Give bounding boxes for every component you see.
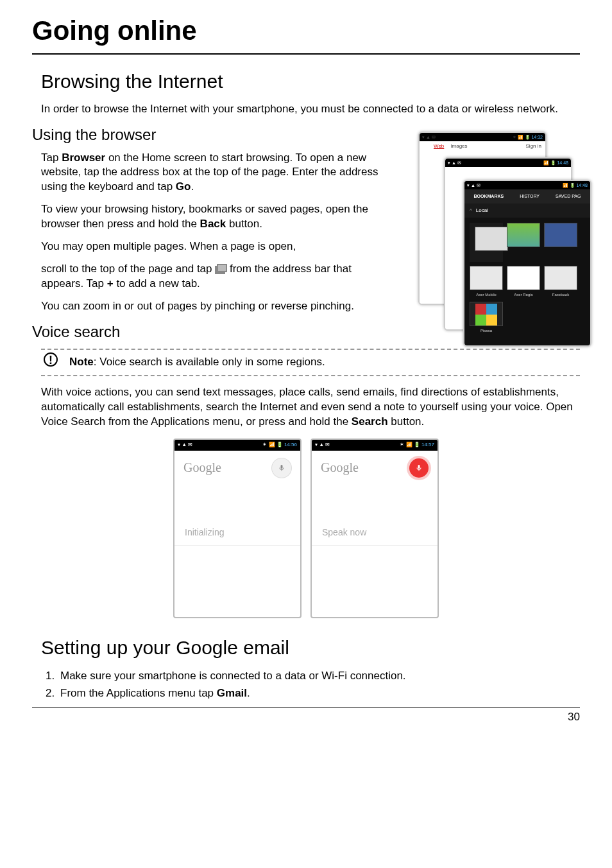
status-right: ✶ 📶 🔋 14:56 [262,442,297,449]
steps-list: Make sure your smartphone is connected t… [58,669,580,701]
bookmark-thumb-facebook: Facebook [544,266,577,297]
browser-p3: You may open multiple pages. When a page… [41,239,378,254]
note-label: Note [69,356,94,368]
text-bold: Search [352,415,388,428]
page-number: 30 [32,707,580,725]
google-logo: Google [321,459,359,476]
voice-status: Speak now [312,482,438,546]
status-icons: ▾ ▲ ✉ [467,182,480,188]
text-bold: Go [176,180,191,193]
status-time: 14:32 [531,135,543,139]
status-right: 📶 🔋 14:48 [563,182,588,188]
status-right: 📶 🔋 14:48 [543,160,568,166]
screenshot-voice-row: ▾ ▲ ✉✶ 📶 🔋 14:56 Google Initializing ▾ ▲… [32,438,580,618]
text: Tap [41,152,62,164]
text: . [247,687,250,699]
tabs-icon [215,264,226,274]
text: button. [226,218,262,230]
voice-status: Initializing [174,482,300,546]
text: . [191,180,194,193]
tab-history: HISTORY [520,193,540,199]
text: With voice actions, you can send text me… [41,386,573,428]
tab-images: Images [450,143,467,150]
status-time: 14:56 [284,442,297,447]
browser-p5: You can zoom in or out of pages by pinch… [41,299,378,314]
status-right: ✶ 📶 🔋 14:57 [400,442,434,449]
bookmark-thumb-acer: Acer Mobile [470,266,503,297]
browser-p1: Tap Browser on the Home screen to start … [41,151,378,195]
status-time: 14:48 [576,183,588,187]
list-item: From the Applications menu tap Gmail. [58,686,580,701]
browser-p2: To view your browsing history, bookmarks… [41,202,378,232]
section-heading-browsing: Browsing the Internet [41,69,580,95]
status-icons: ▾ ▲ ✉ [448,160,461,166]
tab-web: Web [434,143,444,150]
status-icons: ▾ ▲ ✉ [178,442,192,449]
text: scroll to the top of the page and tap [41,263,215,275]
section-heading-google-email: Setting up your Google email [41,635,580,661]
text-bold: + [107,277,114,290]
google-logo: Google [183,459,221,476]
bookmark-thumb [507,223,540,262]
text: button. [388,415,425,428]
tab-bookmarks: BOOKMARKS [474,193,504,199]
status-icons: ▾ ▲ ✉ [422,134,436,140]
text-bold: Gmail [217,687,247,699]
warning-icon: ! [44,352,58,367]
screenshot-bookmarks: ▾ ▲ ✉📶 🔋 14:48 BOOKMARKS HISTORY SAVED P… [463,180,591,347]
status-time: 14:57 [421,442,434,447]
text-bold: Back [200,218,226,230]
voice-paragraph: With voice actions, you can send text me… [41,385,580,430]
bookmark-thumb [470,223,503,262]
page-title: Going online [32,13,580,55]
browser-p4: scroll to the top of the page and tap fr… [41,262,378,291]
text: to add a new tab. [114,277,200,290]
bookmark-thumb [544,223,577,262]
tab-saved: SAVED PAG [556,193,581,199]
text: From the Applications menu tap [60,687,217,699]
status-right: ✶ 📶 🔋 14:32 [513,134,543,140]
bookmark-thumb-picasa: Picasa [470,302,503,333]
list-item: Make sure your smartphone is connected t… [58,669,580,684]
note-text: : Voice search is available only in some… [94,356,325,368]
mic-icon-active [409,458,429,478]
screenshot-browser-stack: ▾ ▲ ✉✶ 📶 🔋 14:32 Web Images Sign in ▾ ▲ … [418,132,591,350]
status-icons: ▾ ▲ ✉ [315,442,330,449]
signin-link: Sign in [526,143,541,150]
text-bold: Browser [62,152,105,164]
note-box: ! Note: Voice search is available only i… [41,349,580,376]
mic-icon [272,458,291,478]
screenshot-voice-init: ▾ ▲ ✉✶ 📶 🔋 14:56 Google Initializing [173,438,302,618]
status-time: 14:48 [557,161,568,165]
bookmarks-folder-local: Local [464,204,590,218]
bookmark-thumb-register: Acer Regis [507,266,540,297]
intro-paragraph: In order to browse the Internet with you… [41,102,580,117]
screenshot-voice-speak: ▾ ▲ ✉✶ 📶 🔋 14:57 Google Speak now [310,438,439,618]
